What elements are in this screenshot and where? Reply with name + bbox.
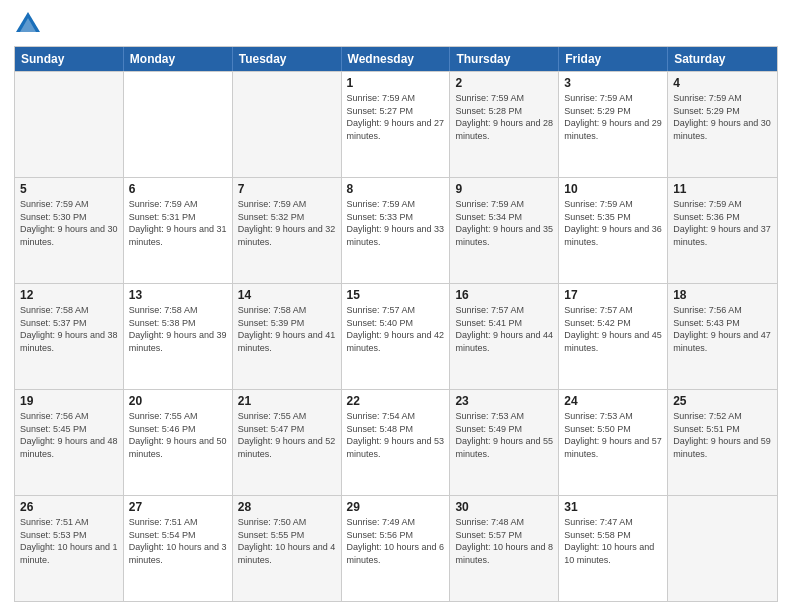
week-row-5: 26Sunrise: 7:51 AM Sunset: 5:53 PM Dayli… (15, 495, 777, 601)
day-number: 16 (455, 288, 553, 302)
cal-cell: 24Sunrise: 7:53 AM Sunset: 5:50 PM Dayli… (559, 390, 668, 495)
cell-detail: Sunrise: 7:52 AM Sunset: 5:51 PM Dayligh… (673, 410, 772, 460)
cal-cell: 19Sunrise: 7:56 AM Sunset: 5:45 PM Dayli… (15, 390, 124, 495)
cal-cell: 8Sunrise: 7:59 AM Sunset: 5:33 PM Daylig… (342, 178, 451, 283)
day-number: 6 (129, 182, 227, 196)
day-number: 28 (238, 500, 336, 514)
header (14, 10, 778, 38)
cell-detail: Sunrise: 7:56 AM Sunset: 5:45 PM Dayligh… (20, 410, 118, 460)
day-number: 13 (129, 288, 227, 302)
cal-cell: 16Sunrise: 7:57 AM Sunset: 5:41 PM Dayli… (450, 284, 559, 389)
cell-detail: Sunrise: 7:59 AM Sunset: 5:27 PM Dayligh… (347, 92, 445, 142)
cell-detail: Sunrise: 7:51 AM Sunset: 5:53 PM Dayligh… (20, 516, 118, 566)
cal-cell (124, 72, 233, 177)
cal-cell: 10Sunrise: 7:59 AM Sunset: 5:35 PM Dayli… (559, 178, 668, 283)
day-number: 19 (20, 394, 118, 408)
cal-cell: 5Sunrise: 7:59 AM Sunset: 5:30 PM Daylig… (15, 178, 124, 283)
cal-cell: 14Sunrise: 7:58 AM Sunset: 5:39 PM Dayli… (233, 284, 342, 389)
day-number: 17 (564, 288, 662, 302)
cell-detail: Sunrise: 7:58 AM Sunset: 5:38 PM Dayligh… (129, 304, 227, 354)
cal-cell: 18Sunrise: 7:56 AM Sunset: 5:43 PM Dayli… (668, 284, 777, 389)
cell-detail: Sunrise: 7:47 AM Sunset: 5:58 PM Dayligh… (564, 516, 662, 566)
cal-cell: 15Sunrise: 7:57 AM Sunset: 5:40 PM Dayli… (342, 284, 451, 389)
cell-detail: Sunrise: 7:59 AM Sunset: 5:32 PM Dayligh… (238, 198, 336, 248)
cal-cell: 23Sunrise: 7:53 AM Sunset: 5:49 PM Dayli… (450, 390, 559, 495)
page: SundayMondayTuesdayWednesdayThursdayFrid… (0, 0, 792, 612)
day-number: 2 (455, 76, 553, 90)
cell-detail: Sunrise: 7:54 AM Sunset: 5:48 PM Dayligh… (347, 410, 445, 460)
cell-detail: Sunrise: 7:57 AM Sunset: 5:42 PM Dayligh… (564, 304, 662, 354)
logo (14, 10, 46, 38)
cal-cell: 17Sunrise: 7:57 AM Sunset: 5:42 PM Dayli… (559, 284, 668, 389)
cell-detail: Sunrise: 7:59 AM Sunset: 5:29 PM Dayligh… (673, 92, 772, 142)
header-day-wednesday: Wednesday (342, 47, 451, 71)
cell-detail: Sunrise: 7:58 AM Sunset: 5:39 PM Dayligh… (238, 304, 336, 354)
calendar-header: SundayMondayTuesdayWednesdayThursdayFrid… (15, 47, 777, 71)
week-row-2: 5Sunrise: 7:59 AM Sunset: 5:30 PM Daylig… (15, 177, 777, 283)
cell-detail: Sunrise: 7:59 AM Sunset: 5:35 PM Dayligh… (564, 198, 662, 248)
day-number: 7 (238, 182, 336, 196)
week-row-1: 1Sunrise: 7:59 AM Sunset: 5:27 PM Daylig… (15, 71, 777, 177)
day-number: 21 (238, 394, 336, 408)
cal-cell: 21Sunrise: 7:55 AM Sunset: 5:47 PM Dayli… (233, 390, 342, 495)
cal-cell: 9Sunrise: 7:59 AM Sunset: 5:34 PM Daylig… (450, 178, 559, 283)
cell-detail: Sunrise: 7:57 AM Sunset: 5:41 PM Dayligh… (455, 304, 553, 354)
cal-cell: 7Sunrise: 7:59 AM Sunset: 5:32 PM Daylig… (233, 178, 342, 283)
day-number: 1 (347, 76, 445, 90)
day-number: 22 (347, 394, 445, 408)
day-number: 24 (564, 394, 662, 408)
header-day-sunday: Sunday (15, 47, 124, 71)
cell-detail: Sunrise: 7:59 AM Sunset: 5:34 PM Dayligh… (455, 198, 553, 248)
day-number: 12 (20, 288, 118, 302)
header-day-saturday: Saturday (668, 47, 777, 71)
cal-cell: 27Sunrise: 7:51 AM Sunset: 5:54 PM Dayli… (124, 496, 233, 601)
cell-detail: Sunrise: 7:48 AM Sunset: 5:57 PM Dayligh… (455, 516, 553, 566)
cal-cell: 25Sunrise: 7:52 AM Sunset: 5:51 PM Dayli… (668, 390, 777, 495)
cell-detail: Sunrise: 7:58 AM Sunset: 5:37 PM Dayligh… (20, 304, 118, 354)
cal-cell: 12Sunrise: 7:58 AM Sunset: 5:37 PM Dayli… (15, 284, 124, 389)
cal-cell: 28Sunrise: 7:50 AM Sunset: 5:55 PM Dayli… (233, 496, 342, 601)
header-day-tuesday: Tuesday (233, 47, 342, 71)
cal-cell: 20Sunrise: 7:55 AM Sunset: 5:46 PM Dayli… (124, 390, 233, 495)
cal-cell: 30Sunrise: 7:48 AM Sunset: 5:57 PM Dayli… (450, 496, 559, 601)
day-number: 31 (564, 500, 662, 514)
day-number: 9 (455, 182, 553, 196)
cell-detail: Sunrise: 7:53 AM Sunset: 5:49 PM Dayligh… (455, 410, 553, 460)
calendar-body: 1Sunrise: 7:59 AM Sunset: 5:27 PM Daylig… (15, 71, 777, 601)
cell-detail: Sunrise: 7:59 AM Sunset: 5:29 PM Dayligh… (564, 92, 662, 142)
cal-cell (15, 72, 124, 177)
cal-cell: 29Sunrise: 7:49 AM Sunset: 5:56 PM Dayli… (342, 496, 451, 601)
day-number: 29 (347, 500, 445, 514)
day-number: 4 (673, 76, 772, 90)
cell-detail: Sunrise: 7:56 AM Sunset: 5:43 PM Dayligh… (673, 304, 772, 354)
day-number: 25 (673, 394, 772, 408)
header-day-friday: Friday (559, 47, 668, 71)
day-number: 26 (20, 500, 118, 514)
day-number: 20 (129, 394, 227, 408)
cal-cell (233, 72, 342, 177)
day-number: 3 (564, 76, 662, 90)
calendar: SundayMondayTuesdayWednesdayThursdayFrid… (14, 46, 778, 602)
logo-icon (14, 10, 42, 38)
cal-cell: 31Sunrise: 7:47 AM Sunset: 5:58 PM Dayli… (559, 496, 668, 601)
cell-detail: Sunrise: 7:59 AM Sunset: 5:33 PM Dayligh… (347, 198, 445, 248)
cell-detail: Sunrise: 7:59 AM Sunset: 5:30 PM Dayligh… (20, 198, 118, 248)
cell-detail: Sunrise: 7:59 AM Sunset: 5:36 PM Dayligh… (673, 198, 772, 248)
day-number: 27 (129, 500, 227, 514)
header-day-monday: Monday (124, 47, 233, 71)
day-number: 10 (564, 182, 662, 196)
cal-cell: 22Sunrise: 7:54 AM Sunset: 5:48 PM Dayli… (342, 390, 451, 495)
day-number: 18 (673, 288, 772, 302)
cal-cell: 6Sunrise: 7:59 AM Sunset: 5:31 PM Daylig… (124, 178, 233, 283)
cal-cell: 2Sunrise: 7:59 AM Sunset: 5:28 PM Daylig… (450, 72, 559, 177)
cal-cell: 11Sunrise: 7:59 AM Sunset: 5:36 PM Dayli… (668, 178, 777, 283)
cal-cell: 1Sunrise: 7:59 AM Sunset: 5:27 PM Daylig… (342, 72, 451, 177)
cell-detail: Sunrise: 7:55 AM Sunset: 5:47 PM Dayligh… (238, 410, 336, 460)
cell-detail: Sunrise: 7:51 AM Sunset: 5:54 PM Dayligh… (129, 516, 227, 566)
day-number: 5 (20, 182, 118, 196)
week-row-4: 19Sunrise: 7:56 AM Sunset: 5:45 PM Dayli… (15, 389, 777, 495)
cell-detail: Sunrise: 7:59 AM Sunset: 5:28 PM Dayligh… (455, 92, 553, 142)
cell-detail: Sunrise: 7:50 AM Sunset: 5:55 PM Dayligh… (238, 516, 336, 566)
cal-cell (668, 496, 777, 601)
header-day-thursday: Thursday (450, 47, 559, 71)
